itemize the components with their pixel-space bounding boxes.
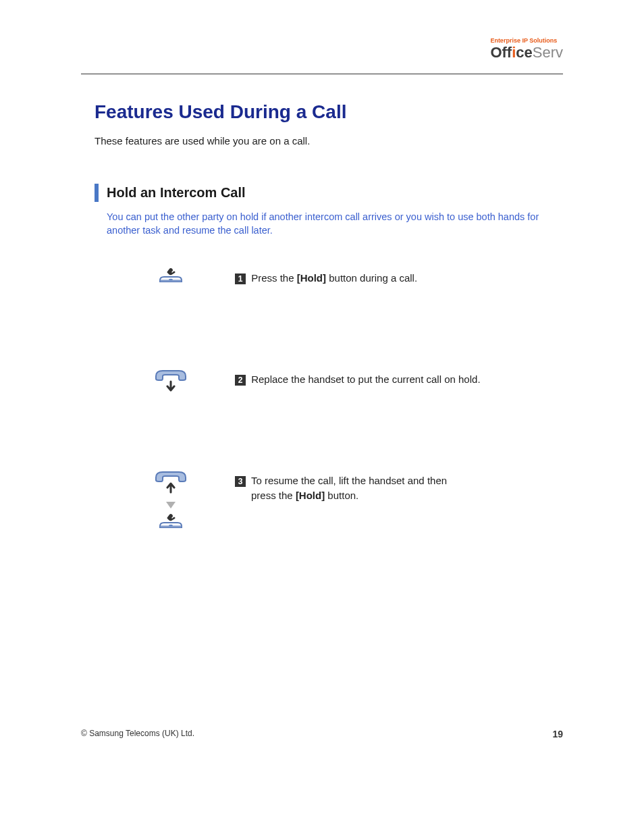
step-text-pre: Press the [248,272,297,284]
heading-accent-bar [95,184,99,202]
step-number-badge: 3 [235,476,246,487]
step-text-line2-bold: [Hold] [296,490,325,501]
step-row: 2 Replace the handset to put the current… [107,363,563,457]
step-text-pre: To resume the call, lift the handset and… [248,475,447,486]
step-text: 3 To resume the call, lift the handset a… [235,464,563,504]
logo-text: OfficeServ [490,45,563,60]
step-row: 3 To resume the call, lift the handset a… [107,464,563,558]
hold-button-icon [151,513,191,537]
page-title: Features Used During a Call [95,101,563,123]
section-heading: Hold an Intercom Call [95,184,563,202]
step-icon-column [107,464,235,537]
logo-part-serv: Serv [533,44,563,61]
page-header: Enterprise IP Solutions OfficeServ [81,41,563,74]
page-number: 19 [552,729,563,739]
svg-rect-2 [160,526,182,527]
handset-down-icon [151,368,191,396]
step-text-pre: Replace the handset to put the current c… [248,373,481,385]
section-title: Hold an Intercom Call [107,184,246,202]
section-description: You can put the other party on hold if a… [107,210,543,238]
step-row: 1 Press the [Hold] button during a call. [107,261,563,356]
hold-button-icon [151,267,191,291]
page-footer: © Samsung Telecoms (UK) Ltd. 19 [81,729,563,739]
step-text-bold: [Hold] [297,272,326,284]
chevron-down-icon [166,502,176,509]
step-text: 1 Press the [Hold] button during a call. [235,261,563,286]
step-number-badge: 2 [235,375,246,386]
step-text: 2 Replace the handset to put the current… [235,363,563,388]
svg-point-3 [169,524,173,525]
step-text-line2-post: button. [325,490,358,501]
svg-point-1 [169,278,173,280]
step-text-post: button during a call. [326,272,417,284]
step-icon-column [107,363,235,396]
copyright-text: © Samsung Telecoms (UK) Ltd. [81,729,194,739]
step-icon-column [107,261,235,291]
brand-logo: Enterprise IP Solutions OfficeServ [490,37,563,60]
logo-tagline: Enterprise IP Solutions [490,37,563,44]
step-text-line2-pre: press the [251,490,296,501]
intro-text: These features are used while you are on… [95,135,563,147]
svg-rect-0 [160,280,182,282]
step-number-badge: 1 [235,273,246,284]
logo-part-office: Office [490,44,532,61]
handset-up-icon [151,469,191,498]
